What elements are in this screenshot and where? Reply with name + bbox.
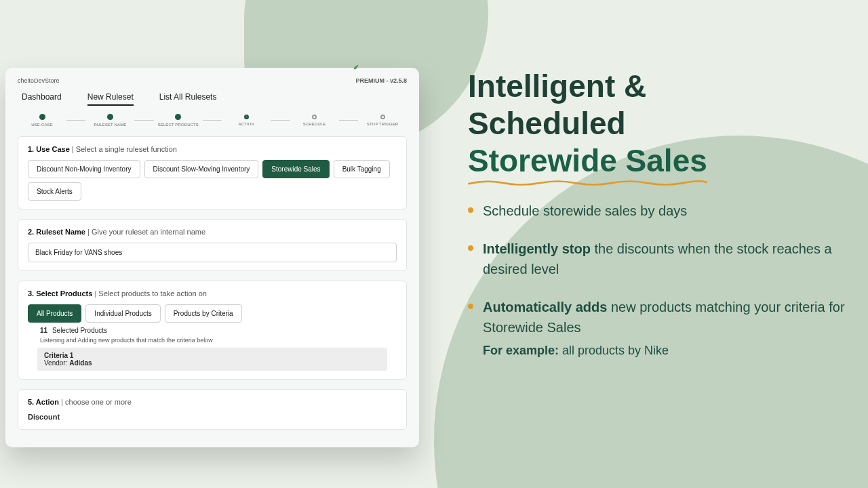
action-title: 5. Action | choose one or more — [28, 398, 397, 406]
action-sub: choose one or more — [65, 398, 132, 406]
step-stop: STOP TRIGGER — [367, 122, 398, 126]
step-action: ACTION — [239, 122, 254, 126]
section-ruleset-name: 2. Ruleset Name | Give your ruleset an i… — [18, 219, 407, 271]
products-sub: Select products to take action on — [98, 289, 207, 298]
selected-count-number: 11 — [40, 327, 47, 334]
plan-badge: PREMIUM - v2.5.8 — [355, 77, 407, 84]
tab-dashboard[interactable]: Dashboard — [22, 92, 62, 106]
usecase-opt-stockalerts[interactable]: Stock Alerts — [28, 182, 81, 201]
criteria-heading: Criteria 1 — [44, 352, 380, 359]
action-heading: Discount — [28, 413, 397, 421]
section-action: 5. Action | choose one or more Discount — [18, 389, 407, 430]
rulesetname-sub: Give your ruleset an internal name — [92, 228, 205, 236]
app-window: cheitoDevStore PREMIUM - v2.5.8 Dashboar… — [5, 68, 419, 447]
criteria-value: Adidas — [69, 359, 92, 367]
criteria-key: Vendor: — [44, 359, 67, 367]
mode-by-criteria[interactable]: Products by Criteria — [165, 304, 242, 323]
app-topbar: cheitoDevStore PREMIUM - v2.5.8 — [18, 77, 407, 84]
promo-highlight: Storewide Sales — [468, 142, 707, 180]
tab-new-ruleset[interactable]: New Ruleset — [87, 92, 134, 106]
usecase-opt-storewide[interactable]: Storewide Sales — [262, 160, 329, 178]
section-select-products: 3. Select Products | Select products to … — [18, 281, 407, 380]
promo-bullet-2-bold: Intelligently stop — [483, 241, 591, 256]
mode-all-products[interactable]: All Products — [28, 304, 81, 323]
app-logo — [353, 64, 361, 70]
step-name: RULESET NAME — [94, 123, 126, 127]
step-schedule: SCHEDULE — [303, 122, 326, 126]
rulesetname-title-text: 2. Ruleset Name — [28, 228, 85, 236]
action-title-text: 5. Action — [28, 398, 59, 406]
tab-list-rulesets[interactable]: List All Rulesets — [159, 92, 217, 106]
leaf-icon — [353, 64, 359, 70]
selected-count: 11 Selected Products — [28, 323, 397, 337]
listening-msg: Listening and Adding new products that m… — [28, 337, 397, 344]
promo-bullet-1: Schedule storewide sales by days — [468, 201, 854, 221]
promo-bullet-3: Automatically adds new products matching… — [468, 297, 854, 360]
mode-individual[interactable]: Individual Products — [85, 304, 161, 323]
rulesetname-title: 2. Ruleset Name | Give your ruleset an i… — [28, 228, 397, 236]
criteria-box: Criteria 1 Vendor: Adidas — [37, 348, 387, 371]
usecase-title-text: 1. Use Case — [28, 145, 70, 153]
promo-line1: Intelligent & — [468, 68, 646, 104]
step-products: SELECT PRODUCTS — [158, 123, 199, 127]
promo-bullet-3-bold: Automatically adds — [483, 300, 607, 314]
promo-example: For example: all products by Nike — [483, 342, 854, 360]
products-title: 3. Select Products | Select products to … — [28, 289, 397, 298]
squiggle-underline-icon — [468, 179, 707, 186]
usecase-sub: Select a single ruleset function — [76, 145, 177, 153]
promo-heading: Intelligent & Scheduled Storewide Sales — [468, 68, 854, 180]
promo-line2: Scheduled — [468, 106, 626, 141]
products-title-text: 3. Select Products — [28, 289, 92, 298]
usecase-opt-bulktag[interactable]: Bulk Tagging — [334, 160, 390, 178]
usecase-title: 1. Use Case | Select a single ruleset fu… — [28, 145, 397, 153]
ruleset-name-input[interactable] — [28, 243, 397, 262]
product-mode-options: All Products Individual Products Product… — [28, 304, 397, 323]
main-tabs: Dashboard New Ruleset List All Rulesets — [18, 92, 407, 106]
promo-example-text: all products by Nike — [559, 344, 669, 357]
promo-panel: Intelligent & Scheduled Storewide Sales … — [468, 68, 854, 378]
criteria-line: Vendor: Adidas — [44, 359, 380, 367]
store-name: cheitoDevStore — [18, 77, 60, 84]
usecase-options: Discount Non-Moving Inventory Discount S… — [28, 160, 397, 201]
step-usecase: USE-CASE — [31, 123, 53, 127]
promo-highlight-text: Storewide Sales — [468, 143, 707, 178]
selected-count-label: Selected Products — [52, 327, 107, 334]
promo-bullet-1-text: Schedule storewide sales by days — [483, 203, 687, 218]
section-usecase: 1. Use Case | Select a single ruleset fu… — [18, 136, 407, 209]
usecase-opt-nonmoving[interactable]: Discount Non-Moving Inventory — [28, 160, 140, 178]
wizard-stepper: USE-CASE RULESET NAME SELECT PRODUCTS AC… — [18, 114, 407, 127]
promo-bullet-2: Intelligently stop the discounts when th… — [468, 239, 854, 279]
promo-example-label: For example: — [483, 344, 559, 357]
usecase-opt-slowmoving[interactable]: Discount Slow-Moving Inventory — [144, 160, 259, 178]
